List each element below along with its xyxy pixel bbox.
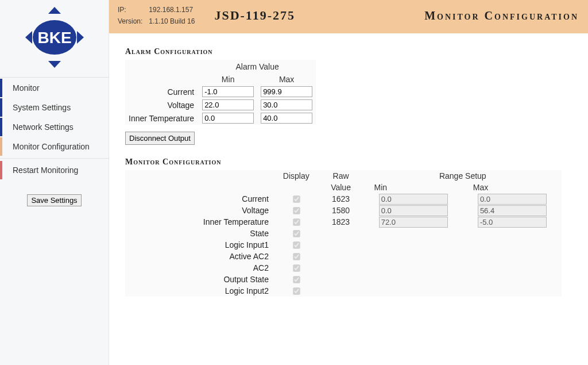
- svg-text:BKE: BKE: [37, 29, 71, 47]
- monitor-row: Inner Temperature1823: [125, 216, 562, 228]
- page-header: IP: 192.168.1.157 Version: 1.1.10 Build …: [109, 0, 588, 33]
- brand-logo: BKE: [0, 2, 109, 77]
- monitor-display-checkbox[interactable]: [293, 276, 300, 283]
- sidebar: BKE MonitorSystem SettingsNetwork Settin…: [0, 0, 109, 365]
- alarm-row: Current: [125, 85, 316, 98]
- alarm-min-input[interactable]: [202, 113, 254, 124]
- monitor-table: Display Raw Range Setup Value Min Max Cu…: [125, 170, 562, 297]
- svg-marker-2: [25, 31, 32, 44]
- monitor-range-max-input[interactable]: [478, 194, 547, 205]
- alarm-min-header: Min: [199, 74, 257, 85]
- monitor-row-label: Logic Input2: [125, 285, 274, 297]
- alarm-row: Voltage: [125, 98, 316, 112]
- monitor-row-label: State: [125, 228, 274, 239]
- monitor-raw-value: [318, 228, 364, 239]
- monitor-row: AC2: [125, 262, 562, 274]
- monitor-raw-value: 1823: [318, 216, 364, 228]
- monitor-row-label: Output State: [125, 274, 274, 285]
- model-number: JSD-119-275: [214, 8, 295, 23]
- disconnect-output-button[interactable]: Disconnect Output: [125, 132, 195, 145]
- monitor-row: Logic Input2: [125, 285, 562, 297]
- sidebar-nav: MonitorSystem SettingsNetwork SettingsMo…: [0, 77, 109, 180]
- svg-marker-0: [48, 7, 61, 14]
- monitor-row-label: Voltage: [125, 205, 274, 216]
- monitor-range-min-input[interactable]: [379, 217, 448, 228]
- alarm-max-input[interactable]: [261, 86, 312, 97]
- monitor-display-checkbox[interactable]: [293, 195, 300, 202]
- device-info: IP: 192.168.1.157 Version: 1.1.10 Build …: [116, 3, 200, 28]
- nav-item-system-settings[interactable]: System Settings: [0, 98, 109, 117]
- monitor-row: Logic Input1: [125, 239, 562, 251]
- monitor-display-checkbox[interactable]: [293, 207, 300, 214]
- nav-item-monitor[interactable]: Monitor: [0, 79, 109, 97]
- svg-marker-1: [48, 61, 61, 68]
- alarm-table: Alarm Value Min Max CurrentVoltageInner …: [125, 60, 316, 125]
- ip-label: IP:: [117, 5, 147, 15]
- alarm-max-input[interactable]: [261, 113, 312, 124]
- alarm-row-label: Voltage: [125, 98, 199, 112]
- monitor-row: Voltage1580: [125, 205, 562, 216]
- alarm-max-input[interactable]: [261, 99, 312, 110]
- monitor-display-checkbox[interactable]: [293, 264, 300, 271]
- nav-item-monitor-configuration[interactable]: Monitor Configuration: [0, 137, 109, 156]
- alarm-section-title: Alarm Configuration: [125, 47, 572, 56]
- monitor-display-checkbox[interactable]: [293, 253, 300, 260]
- alarm-value-header: Alarm Value: [199, 60, 316, 74]
- monitor-raw-value: [318, 285, 364, 297]
- monitor-section-title: Monitor Configuration: [125, 157, 572, 167]
- monitor-range-max-input[interactable]: [478, 217, 547, 228]
- alarm-row-label: Inner Temperature: [125, 112, 199, 125]
- monitor-display-checkbox[interactable]: [293, 218, 300, 225]
- monitor-raw-value: [318, 274, 364, 285]
- monitor-row-label: Inner Temperature: [125, 216, 274, 228]
- monitor-raw-value: 1580: [318, 205, 364, 216]
- monitor-range-min-input[interactable]: [379, 205, 448, 216]
- monitor-range-header: Range Setup: [364, 170, 562, 182]
- monitor-raw-value: [318, 239, 364, 251]
- monitor-max-subheader: Max: [463, 182, 562, 193]
- alarm-row-label: Current: [125, 85, 199, 98]
- version-label: Version:: [117, 16, 147, 26]
- nav-item-network-settings[interactable]: Network Settings: [0, 118, 109, 136]
- alarm-max-header: Max: [257, 74, 316, 85]
- monitor-row-label: Logic Input1: [125, 239, 274, 251]
- monitor-display-checkbox[interactable]: [293, 230, 300, 237]
- ip-value: 192.168.1.157: [148, 5, 199, 15]
- alarm-row: Inner Temperature: [125, 112, 316, 125]
- svg-marker-3: [77, 31, 84, 44]
- monitor-row: Current1623: [125, 193, 562, 205]
- version-value: 1.1.10 Build 16: [148, 16, 199, 26]
- alarm-min-input[interactable]: [202, 99, 254, 110]
- nav-item-restart-monitoring[interactable]: Restart Monitoring: [0, 161, 109, 179]
- monitor-display-header: Display: [274, 170, 318, 182]
- monitor-range-max-input[interactable]: [478, 205, 547, 216]
- monitor-row: Output State: [125, 274, 562, 285]
- page-title: Monitor Configuration: [424, 9, 579, 22]
- alarm-min-input[interactable]: [202, 86, 254, 97]
- monitor-display-checkbox[interactable]: [293, 287, 300, 294]
- monitor-display-checkbox[interactable]: [293, 241, 300, 248]
- monitor-range-min-input[interactable]: [379, 194, 448, 205]
- monitor-row-label: AC2: [125, 262, 274, 274]
- monitor-raw-value: [318, 262, 364, 274]
- monitor-raw-header: Raw: [318, 170, 364, 182]
- monitor-row: State: [125, 228, 562, 239]
- monitor-value-subheader: Value: [318, 182, 364, 193]
- monitor-raw-value: [318, 251, 364, 262]
- monitor-min-subheader: Min: [364, 182, 463, 193]
- monitor-row: Active AC2: [125, 251, 562, 262]
- monitor-row-label: Current: [125, 193, 274, 205]
- monitor-raw-value: 1623: [318, 193, 364, 205]
- monitor-row-label: Active AC2: [125, 251, 274, 262]
- save-settings-button[interactable]: Save Settings: [27, 194, 81, 206]
